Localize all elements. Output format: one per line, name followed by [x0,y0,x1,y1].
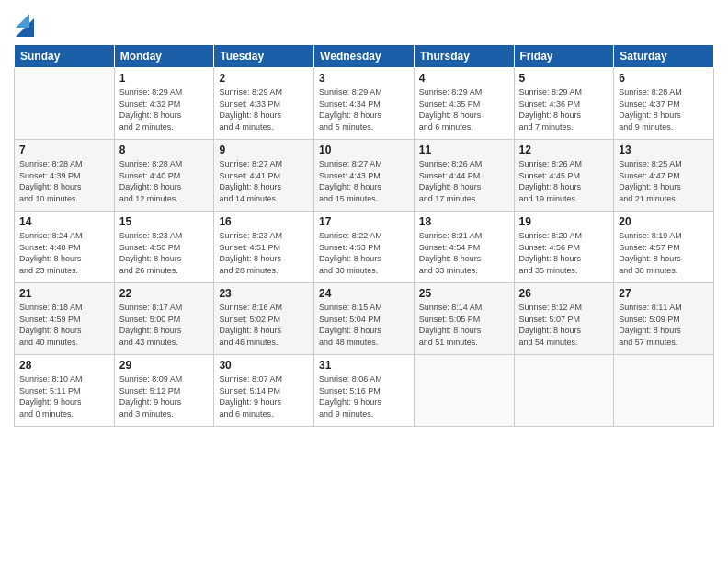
calendar-cell: 31Sunrise: 8:06 AM Sunset: 5:16 PM Dayli… [314,355,415,427]
calendar-cell: 3Sunrise: 8:29 AM Sunset: 4:34 PM Daylig… [314,68,415,140]
cell-date-number: 26 [519,287,609,300]
cell-date-number: 28 [19,359,109,372]
cell-date-number: 30 [219,359,309,372]
cell-info: Sunrise: 8:10 AM Sunset: 5:11 PM Dayligh… [19,373,109,419]
cell-date-number: 16 [219,215,309,228]
calendar-cell [514,355,614,427]
cell-date-number: 12 [519,144,609,156]
cell-date-number: 18 [419,215,509,228]
cell-date-number: 7 [19,144,109,156]
calendar-cell: 11Sunrise: 8:26 AM Sunset: 4:44 PM Dayli… [414,140,514,212]
cell-date-number: 24 [319,287,409,300]
calendar-cell: 24Sunrise: 8:15 AM Sunset: 5:04 PM Dayli… [314,283,415,355]
cell-info: Sunrise: 8:12 AM Sunset: 5:07 PM Dayligh… [519,302,609,348]
calendar-cell: 4Sunrise: 8:29 AM Sunset: 4:35 PM Daylig… [414,68,514,140]
cell-info: Sunrise: 8:29 AM Sunset: 4:32 PM Dayligh… [119,86,210,132]
cell-info: Sunrise: 8:26 AM Sunset: 4:44 PM Dayligh… [419,158,509,204]
cell-date-number: 22 [119,287,210,300]
cell-date-number: 6 [619,72,709,85]
calendar-cell: 7Sunrise: 8:28 AM Sunset: 4:39 PM Daylig… [15,140,115,212]
calendar-cell: 23Sunrise: 8:16 AM Sunset: 5:02 PM Dayli… [214,283,314,355]
calendar-cell: 12Sunrise: 8:26 AM Sunset: 4:45 PM Dayli… [514,140,614,212]
cell-date-number: 19 [519,215,609,228]
calendar-header-row: SundayMondayTuesdayWednesdayThursdayFrid… [15,45,714,68]
calendar-cell: 26Sunrise: 8:12 AM Sunset: 5:07 PM Dayli… [514,283,614,355]
day-header: Monday [114,45,214,68]
cell-info: Sunrise: 8:21 AM Sunset: 4:54 PM Dayligh… [419,230,509,276]
calendar-cell: 15Sunrise: 8:23 AM Sunset: 4:50 PM Dayli… [114,212,214,283]
calendar-cell: 6Sunrise: 8:28 AM Sunset: 4:37 PM Daylig… [614,68,714,140]
day-header: Friday [514,45,614,68]
calendar-cell: 8Sunrise: 8:28 AM Sunset: 4:40 PM Daylig… [114,140,214,212]
cell-info: Sunrise: 8:15 AM Sunset: 5:04 PM Dayligh… [319,302,409,348]
cell-date-number: 10 [319,144,409,156]
cell-info: Sunrise: 8:28 AM Sunset: 4:40 PM Dayligh… [119,158,210,204]
calendar-cell: 21Sunrise: 8:18 AM Sunset: 4:59 PM Dayli… [15,283,115,355]
cell-date-number: 15 [119,215,210,228]
cell-info: Sunrise: 8:23 AM Sunset: 4:51 PM Dayligh… [219,230,309,276]
calendar-cell: 16Sunrise: 8:23 AM Sunset: 4:51 PM Dayli… [214,212,314,283]
cell-date-number: 23 [219,287,309,300]
cell-info: Sunrise: 8:17 AM Sunset: 5:00 PM Dayligh… [119,302,210,348]
cell-info: Sunrise: 8:29 AM Sunset: 4:36 PM Dayligh… [519,86,609,132]
cell-info: Sunrise: 8:06 AM Sunset: 5:16 PM Dayligh… [319,373,409,419]
calendar-cell: 10Sunrise: 8:27 AM Sunset: 4:43 PM Dayli… [314,140,415,212]
cell-info: Sunrise: 8:27 AM Sunset: 4:41 PM Dayligh… [219,158,309,204]
cell-date-number: 13 [619,144,709,156]
calendar-cell: 18Sunrise: 8:21 AM Sunset: 4:54 PM Dayli… [414,212,514,283]
cell-date-number: 9 [219,144,309,156]
cell-date-number: 29 [119,359,210,372]
calendar-cell: 29Sunrise: 8:09 AM Sunset: 5:12 PM Dayli… [114,355,214,427]
cell-info: Sunrise: 8:29 AM Sunset: 4:35 PM Dayligh… [419,86,509,132]
cell-date-number: 27 [619,287,709,300]
cell-info: Sunrise: 8:20 AM Sunset: 4:56 PM Dayligh… [519,230,609,276]
calendar-cell: 27Sunrise: 8:11 AM Sunset: 5:09 PM Dayli… [614,283,714,355]
cell-info: Sunrise: 8:18 AM Sunset: 4:59 PM Dayligh… [19,302,109,348]
header [14,9,714,37]
calendar-cell: 2Sunrise: 8:29 AM Sunset: 4:33 PM Daylig… [214,68,314,140]
cell-date-number: 31 [319,359,409,372]
cell-info: Sunrise: 8:11 AM Sunset: 5:09 PM Dayligh… [619,302,709,348]
cell-date-number: 3 [319,72,409,85]
cell-date-number: 11 [419,144,509,156]
cell-info: Sunrise: 8:09 AM Sunset: 5:12 PM Dayligh… [119,373,210,419]
cell-date-number: 8 [119,144,210,156]
cell-info: Sunrise: 8:27 AM Sunset: 4:43 PM Dayligh… [319,158,409,204]
cell-date-number: 25 [419,287,509,300]
calendar-cell [614,355,714,427]
calendar-cell: 20Sunrise: 8:19 AM Sunset: 4:57 PM Dayli… [614,212,714,283]
calendar-cell: 14Sunrise: 8:24 AM Sunset: 4:48 PM Dayli… [15,212,115,283]
cell-info: Sunrise: 8:24 AM Sunset: 4:48 PM Dayligh… [19,230,109,276]
calendar-cell: 9Sunrise: 8:27 AM Sunset: 4:41 PM Daylig… [214,140,314,212]
day-header: Thursday [414,45,514,68]
calendar-cell [414,355,514,427]
cell-date-number: 4 [419,72,509,85]
calendar-cell: 22Sunrise: 8:17 AM Sunset: 5:00 PM Dayli… [114,283,214,355]
calendar-table: SundayMondayTuesdayWednesdayThursdayFrid… [14,44,714,427]
calendar-cell: 28Sunrise: 8:10 AM Sunset: 5:11 PM Dayli… [15,355,115,427]
cell-info: Sunrise: 8:29 AM Sunset: 4:34 PM Dayligh… [319,86,409,132]
cell-info: Sunrise: 8:07 AM Sunset: 5:14 PM Dayligh… [219,373,309,419]
cell-date-number: 1 [119,72,210,85]
page: SundayMondayTuesdayWednesdayThursdayFrid… [0,0,728,563]
cell-date-number: 14 [19,215,109,228]
calendar-cell: 25Sunrise: 8:14 AM Sunset: 5:05 PM Dayli… [414,283,514,355]
cell-date-number: 17 [319,215,409,228]
calendar-cell: 17Sunrise: 8:22 AM Sunset: 4:53 PM Dayli… [314,212,415,283]
cell-date-number: 2 [219,72,309,85]
cell-info: Sunrise: 8:28 AM Sunset: 4:39 PM Dayligh… [19,158,109,204]
calendar-cell: 5Sunrise: 8:29 AM Sunset: 4:36 PM Daylig… [514,68,614,140]
logo [14,9,34,37]
calendar-cell: 30Sunrise: 8:07 AM Sunset: 5:14 PM Dayli… [214,355,314,427]
cell-date-number: 20 [619,215,709,228]
day-header: Sunday [15,45,115,68]
calendar-cell: 13Sunrise: 8:25 AM Sunset: 4:47 PM Dayli… [614,140,714,212]
cell-info: Sunrise: 8:23 AM Sunset: 4:50 PM Dayligh… [119,230,210,276]
day-header: Tuesday [214,45,314,68]
calendar-cell: 19Sunrise: 8:20 AM Sunset: 4:56 PM Dayli… [514,212,614,283]
calendar-cell [15,68,115,140]
svg-marker-1 [16,14,29,28]
cell-info: Sunrise: 8:29 AM Sunset: 4:33 PM Dayligh… [219,86,309,132]
day-header: Saturday [614,45,714,68]
cell-info: Sunrise: 8:26 AM Sunset: 4:45 PM Dayligh… [519,158,609,204]
